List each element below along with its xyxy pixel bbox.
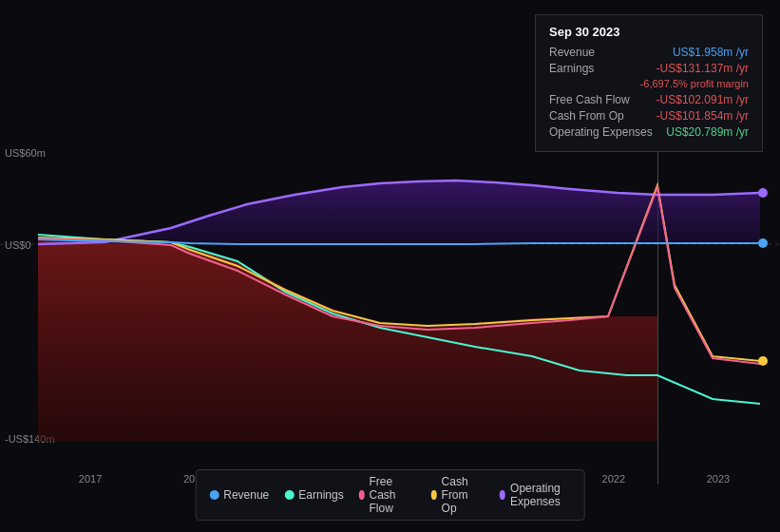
legend-earnings[interactable]: Earnings: [284, 488, 343, 502]
legend-earnings-dot: [284, 490, 294, 500]
legend-revenue-dot: [209, 490, 219, 500]
legend-fcf-dot: [359, 490, 365, 500]
svg-point-3: [758, 356, 768, 366]
legend-opex[interactable]: Operating Expenses: [500, 482, 571, 508]
tooltip-date: Sep 30 2023: [549, 25, 749, 39]
legend-revenue-label: Revenue: [223, 488, 269, 502]
tooltip-opex-row: Operating Expenses US$20.789m /yr: [549, 125, 749, 139]
legend-revenue[interactable]: Revenue: [209, 488, 269, 502]
tooltip-earnings-row: Earnings -US$131.137m /yr: [549, 62, 749, 75]
tooltip-opex-value: US$20.789m /yr: [666, 125, 749, 139]
tooltip-cashfromop-value: -US$101.854m /yr: [656, 109, 749, 123]
data-tooltip: Sep 30 2023 Revenue US$1.958m /yr Earnin…: [535, 14, 763, 152]
x-label-2023: 2023: [707, 473, 730, 484]
x-label-2017: 2017: [79, 473, 102, 484]
tooltip-revenue-row: Revenue US$1.958m /yr: [549, 46, 749, 59]
svg-point-1: [758, 188, 768, 198]
tooltip-revenue-label: Revenue: [549, 46, 595, 59]
legend-cashfromop-dot: [431, 490, 437, 500]
chart-svg: [0, 147, 780, 442]
legend-fcf-label: Free Cash Flow: [369, 475, 415, 515]
tooltip-earnings-value: -US$131.137m /yr: [656, 62, 749, 75]
tooltip-cashfromop-label: Cash From Op: [549, 109, 624, 123]
legend-fcf[interactable]: Free Cash Flow: [359, 475, 416, 515]
tooltip-opex-label: Operating Expenses: [549, 125, 653, 139]
tooltip-earnings-label: Earnings: [549, 62, 594, 75]
legend-earnings-label: Earnings: [298, 488, 343, 502]
legend-opex-label: Operating Expenses: [510, 482, 571, 508]
tooltip-fcf-value: -US$102.091m /yr: [656, 93, 749, 106]
tooltip-cashfromop-row: Cash From Op -US$101.854m /yr: [549, 109, 749, 123]
x-label-2022: 2022: [602, 473, 625, 484]
legend-cashfromop-label: Cash From Op: [442, 475, 485, 515]
chart-legend: Revenue Earnings Free Cash Flow Cash Fro…: [195, 469, 585, 521]
tooltip-fcf-row: Free Cash Flow -US$102.091m /yr: [549, 93, 749, 106]
tooltip-earnings-sub: -6,697.5% profit margin: [549, 78, 749, 89]
legend-cashfromop[interactable]: Cash From Op: [431, 475, 485, 515]
legend-opex-dot: [500, 490, 505, 500]
tooltip-revenue-value: US$1.958m /yr: [673, 46, 749, 59]
svg-point-2: [758, 238, 768, 248]
tooltip-fcf-label: Free Cash Flow: [549, 93, 630, 106]
